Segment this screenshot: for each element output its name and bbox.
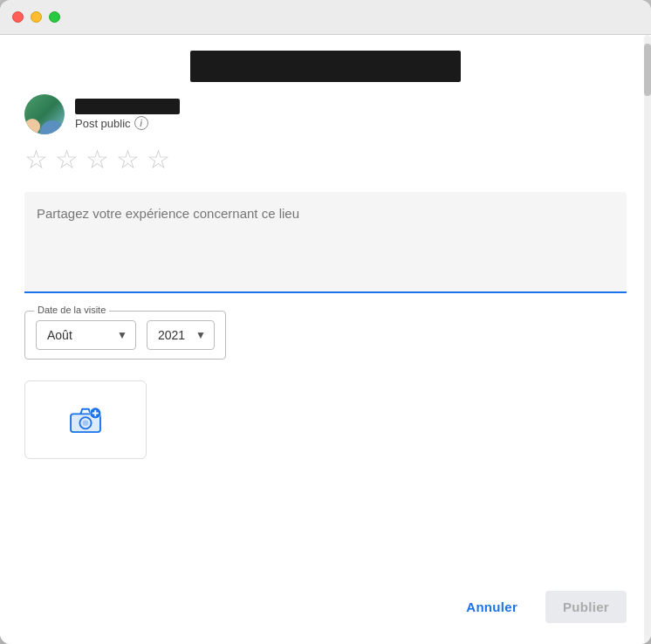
publish-button[interactable]: Publier — [545, 591, 627, 623]
photo-section — [24, 380, 627, 459]
date-selects: Janvier Février Mars Avril Mai Juin Juil… — [36, 320, 215, 350]
scrollbar-thumb[interactable] — [644, 44, 651, 96]
date-section: Date de la visite Janvier Février Mars A… — [24, 311, 627, 360]
user-row: Post public i — [24, 94, 627, 134]
year-select[interactable]: 2018 2019 2020 2021 2022 2023 — [147, 320, 215, 350]
dialog-footer: Annuler Publier — [0, 580, 651, 644]
title-bar — [0, 0, 651, 35]
avatar-head — [24, 119, 40, 134]
fullscreen-button[interactable] — [49, 11, 60, 23]
review-textarea[interactable] — [24, 192, 627, 288]
dialog-body: Post public i ☆ ☆ ☆ ☆ ☆ — [0, 94, 651, 580]
minimize-button[interactable] — [31, 11, 42, 23]
month-select[interactable]: Janvier Février Mars Avril Mai Juin Juil… — [36, 320, 136, 350]
top-bar — [0, 35, 651, 94]
camera-icon — [69, 406, 102, 434]
user-name-redacted — [75, 99, 180, 114]
close-button[interactable] — [12, 11, 24, 23]
cancel-button[interactable]: Annuler — [449, 591, 535, 623]
post-public-label: Post public — [75, 117, 131, 130]
star-3[interactable]: ☆ — [86, 147, 109, 173]
date-fieldset: Date de la visite Janvier Février Mars A… — [24, 311, 226, 360]
info-icon[interactable]: i — [134, 116, 148, 130]
post-public: Post public i — [75, 116, 180, 130]
month-select-wrapper: Janvier Février Mars Avril Mai Juin Juil… — [36, 320, 136, 350]
star-1[interactable]: ☆ — [24, 147, 48, 173]
year-select-wrapper: 2018 2019 2020 2021 2022 2023 ▼ — [147, 320, 215, 350]
date-legend: Date de la visite — [34, 305, 109, 315]
app-window: Post public i ☆ ☆ ☆ ☆ ☆ — [0, 0, 651, 644]
star-2[interactable]: ☆ — [55, 147, 79, 173]
avatar — [24, 94, 65, 134]
star-5[interactable]: ☆ — [147, 147, 170, 173]
svg-point-3 — [83, 420, 89, 426]
stars-row: ☆ ☆ ☆ ☆ ☆ — [24, 147, 627, 173]
window-content: Post public i ☆ ☆ ☆ ☆ ☆ — [0, 35, 651, 644]
redacted-title — [190, 51, 461, 82]
user-info: Post public i — [75, 99, 180, 130]
review-textarea-container — [24, 192, 627, 293]
traffic-lights — [12, 11, 60, 23]
textarea-underline — [24, 291, 627, 293]
photo-upload-box[interactable] — [24, 380, 147, 459]
star-4[interactable]: ☆ — [116, 147, 140, 173]
camera-svg — [69, 406, 102, 434]
avatar-body — [40, 120, 65, 134]
scrollbar-track — [644, 35, 651, 644]
